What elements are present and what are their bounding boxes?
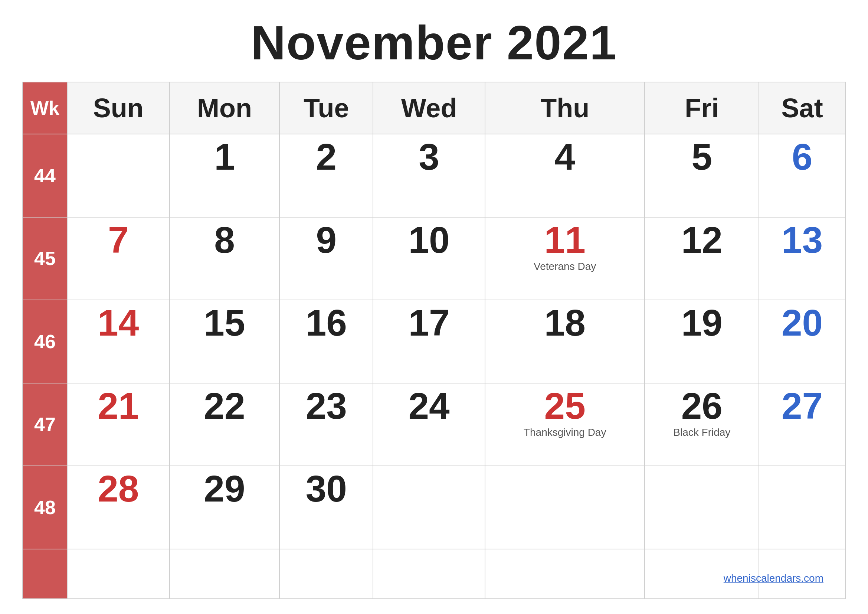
day-cell: 23: [279, 383, 373, 466]
day-cell: 19: [645, 300, 759, 383]
day-cell: 4: [485, 134, 645, 217]
day-number: 19: [681, 302, 722, 343]
day-number: 30: [306, 468, 347, 509]
header-sat: Sat: [759, 82, 845, 134]
week-number: 48: [23, 466, 67, 549]
day-cell: 18: [485, 300, 645, 383]
day-cell: 20: [759, 300, 845, 383]
day-number: 28: [98, 468, 139, 509]
calendar-table: Wk Sun Mon Tue Wed Thu Fri Sat 441234564…: [22, 82, 846, 599]
day-cell: 3: [373, 134, 485, 217]
day-number: 29: [204, 468, 245, 509]
header-mon: Mon: [170, 82, 280, 134]
week-number: 45: [23, 217, 67, 300]
day-number: 18: [544, 302, 586, 343]
header-sun: Sun: [67, 82, 170, 134]
day-cell: 10: [373, 217, 485, 300]
day-cell: 17: [373, 300, 485, 383]
day-cell: 2: [279, 134, 373, 217]
wk-header: Wk: [23, 82, 67, 134]
day-number: 14: [98, 302, 139, 343]
day-number: 21: [98, 385, 139, 426]
day-number: 10: [408, 219, 450, 260]
footer-link[interactable]: wheniscalendars.com: [724, 572, 823, 584]
day-number: 25: [544, 385, 586, 426]
day-cell: 1: [170, 134, 280, 217]
day-number: 8: [214, 219, 235, 260]
day-cell: 13: [759, 217, 845, 300]
day-cell: [645, 466, 759, 549]
header-wed: Wed: [373, 82, 485, 134]
week-number: 44: [23, 134, 67, 217]
day-cell: [279, 549, 373, 599]
week-number: [23, 549, 67, 599]
day-cell: 28: [67, 466, 170, 549]
day-cell: 7: [67, 217, 170, 300]
day-cell: 8: [170, 217, 280, 300]
week-row: [23, 549, 845, 599]
day-number: 7: [108, 219, 129, 260]
day-cell: 9: [279, 217, 373, 300]
week-row: 44123456: [23, 134, 845, 217]
week-row: 472122232425Thanksgiving Day26Black Frid…: [23, 383, 845, 466]
day-cell: [170, 549, 280, 599]
day-number: 11: [544, 219, 586, 260]
day-cell: 27: [759, 383, 845, 466]
day-number: 15: [204, 302, 245, 343]
day-cell: 15: [170, 300, 280, 383]
day-number: 23: [306, 385, 347, 426]
day-cell: 12: [645, 217, 759, 300]
day-cell: [67, 134, 170, 217]
day-cell: 21: [67, 383, 170, 466]
day-cell: [67, 549, 170, 599]
day-cell: 16: [279, 300, 373, 383]
day-cell: 5: [645, 134, 759, 217]
week-row: 457891011Veterans Day1213: [23, 217, 845, 300]
week-number: 47: [23, 383, 67, 466]
calendar-title: November 2021: [251, 15, 617, 71]
day-number: 3: [418, 136, 439, 177]
week-row: 4614151617181920: [23, 300, 845, 383]
day-cell: 26Black Friday: [645, 383, 759, 466]
day-cell: [485, 549, 645, 599]
day-cell: 24: [373, 383, 485, 466]
day-number: 9: [316, 219, 336, 260]
day-cell: [759, 466, 845, 549]
day-number: 2: [316, 136, 336, 177]
day-number: 26: [681, 385, 722, 426]
header-tue: Tue: [279, 82, 373, 134]
day-cell: [485, 466, 645, 549]
week-row: 48282930: [23, 466, 845, 549]
day-cell: 25Thanksgiving Day: [485, 383, 645, 466]
day-number: 4: [555, 136, 575, 177]
day-number: 24: [408, 385, 450, 426]
day-cell: 6: [759, 134, 845, 217]
day-cell: 14: [67, 300, 170, 383]
week-number: 46: [23, 300, 67, 383]
day-number: 27: [781, 385, 823, 426]
calendar-wrapper: Wk Sun Mon Tue Wed Thu Fri Sat 441234564…: [22, 82, 846, 599]
day-number: 1: [214, 136, 235, 177]
day-cell: [373, 549, 485, 599]
holiday-label: Black Friday: [648, 426, 756, 439]
day-cell: 11Veterans Day: [485, 217, 645, 300]
day-number: 5: [692, 136, 713, 177]
day-cell: 22: [170, 383, 280, 466]
day-number: 20: [781, 302, 823, 343]
header-thu: Thu: [485, 82, 645, 134]
day-number: 16: [306, 302, 347, 343]
day-number: 13: [781, 219, 823, 260]
day-cell: 30: [279, 466, 373, 549]
header-fri: Fri: [645, 82, 759, 134]
holiday-label: Veterans Day: [488, 260, 641, 273]
day-number: 22: [204, 385, 245, 426]
day-number: 12: [681, 219, 722, 260]
day-number: 6: [792, 136, 813, 177]
holiday-label: Thanksgiving Day: [488, 426, 641, 439]
day-cell: [373, 466, 485, 549]
day-cell: 29: [170, 466, 280, 549]
header-row: Wk Sun Mon Tue Wed Thu Fri Sat: [23, 82, 845, 134]
day-number: 17: [408, 302, 450, 343]
